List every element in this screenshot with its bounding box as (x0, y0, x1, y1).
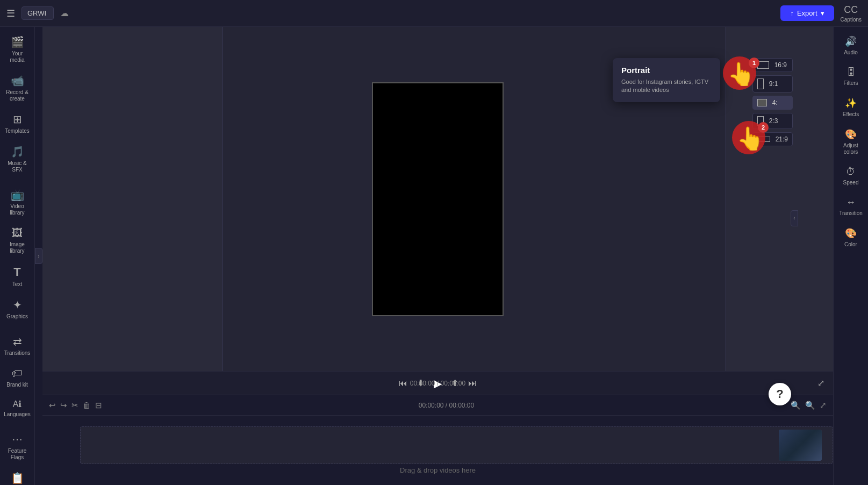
project-title[interactable]: GRWI (21, 6, 54, 20)
aspect-box-43 (757, 99, 767, 106)
fit-icon[interactable]: ⤢ (820, 401, 827, 410)
aspect-ratio-91[interactable]: 9:1 (752, 75, 793, 92)
sidebar-item-speed[interactable]: ⏱ Speed (835, 162, 866, 190)
languages-icon: Aℹ (13, 399, 22, 409)
aspect-ratio-tooltip: Portrait Good for Instagram stories, IGT… (613, 58, 720, 102)
aspect-box-219 (757, 137, 770, 142)
sidebar-item-brand-kit[interactable]: 🏷 Brand kit (2, 363, 33, 393)
help-button[interactable]: ? (769, 383, 791, 405)
effects-icon: ✨ (845, 97, 857, 109)
templates-icon: ⊞ (13, 113, 22, 126)
sidebar-item-languages[interactable]: Aℹ Languages (2, 395, 33, 422)
record-icon: 📹 (11, 74, 24, 87)
export-dropdown-icon: ▾ (821, 9, 824, 17)
timeline-time-display: 00:00:00 / 00:00:00 (106, 402, 786, 409)
skip-forward-icon[interactable]: ⏭ (468, 379, 477, 388)
sidebar-item-transitions[interactable]: ⇄ Transitions (2, 331, 33, 361)
transition-icon: ↔ (846, 197, 856, 208)
timeline-clip-thumbnail (779, 430, 822, 461)
zoom-out-icon[interactable]: 🔍 (791, 401, 801, 410)
adjust-colors-icon: 🎨 (845, 129, 857, 140)
cut-icon[interactable]: ✂ (71, 401, 78, 410)
sidebar-item-your-media[interactable]: 🎬 Your media (2, 31, 33, 68)
music-icon: 🎵 (11, 145, 24, 158)
tooltip-title: Portrait (621, 66, 712, 75)
sidebar-item-templates[interactable]: ⊞ Templates (2, 109, 33, 139)
graphics-icon: ✦ (13, 298, 22, 311)
help-icon: ? (776, 387, 783, 401)
export-button[interactable]: ↑ Export ▾ (780, 5, 834, 21)
video-library-icon: 📺 (11, 188, 24, 201)
collapse-right-button[interactable]: ‹ (791, 210, 798, 226)
redo-icon[interactable]: ↪ (60, 401, 67, 410)
zoom-controls: 🔍 🔍 ⤢ (791, 401, 827, 410)
feature-flags-icon: ⋯ (12, 433, 23, 446)
version-icon: 📋 (11, 472, 24, 484)
color-icon: 🎨 (845, 227, 857, 239)
aspect-ratio-43[interactable]: 4: (752, 96, 793, 110)
sidebar-item-transition[interactable]: ↔ Transition (835, 192, 866, 221)
sidebar-item-adjust-colors[interactable]: 🎨 Adjust colors (835, 124, 866, 160)
undo-icon[interactable]: ↩ (49, 401, 56, 410)
captions-button[interactable]: CC Captions (841, 4, 862, 23)
sidebar-item-audio[interactable]: 🔊 Audio (835, 31, 866, 60)
sidebar-item-version[interactable]: 📋 Version f06ba3c (2, 467, 33, 485)
aspect-ratio-panel: 16:9 9:1 4: 2:3 (752, 58, 793, 146)
sidebar-item-video-library[interactable]: 📺 Video library (2, 184, 33, 220)
playback-controls: ⏮ ⬇ ▶ ⬆ ⏭ 00:00:00 / 00:00:00 ⤢ (42, 371, 833, 395)
drag-drop-text: Drag & drop videos here (400, 466, 476, 474)
left-sidebar: 🎬 Your media 📹 Record & create ⊞ Templat… (0, 27, 35, 485)
sidebar-item-color[interactable]: 🎨 Color (835, 223, 866, 252)
captions-icon: CC (844, 4, 858, 16)
filters-icon: 🎛 (846, 67, 856, 78)
aspect-box-23 (757, 116, 764, 126)
content-area: Portrait Good for Instagram stories, IGT… (42, 27, 833, 485)
aspect-ratio-219[interactable]: 21:9 (752, 132, 793, 146)
image-library-icon: 🖼 (12, 227, 23, 239)
timeline-clip[interactable] (779, 430, 822, 461)
tooltip-desc: Good for Instagram stories, IGTV and mob… (621, 78, 712, 95)
time-display: 00:00:00 / 00:00:00 (410, 380, 465, 387)
transitions-icon: ⇄ (13, 335, 22, 348)
collapse-left-button[interactable]: › (35, 248, 42, 264)
audio-icon: 🔊 (845, 35, 857, 47)
cloud-icon: ☁ (60, 8, 69, 18)
timeline-controls: ↩ ↪ ✂ 🗑 ⊟ 00:00:00 / 00:00:00 🔍 🔍 ⤢ (42, 395, 833, 415)
split-icon[interactable]: ⊟ (95, 401, 102, 410)
aspect-box-169 (757, 61, 769, 69)
aspect-box-91 (757, 79, 764, 89)
text-icon: T (13, 265, 20, 279)
sidebar-item-filters[interactable]: 🎛 Filters (835, 62, 866, 91)
sidebar-item-graphics[interactable]: ✦ Graphics (2, 294, 33, 324)
menu-icon[interactable]: ☰ (6, 8, 15, 19)
fullscreen-icon[interactable]: ⤢ (817, 379, 824, 388)
brand-kit-icon: 🏷 (12, 367, 23, 380)
playback-right-controls: ⤢ (817, 378, 824, 388)
sidebar-item-image-library[interactable]: 🖼 Image library (2, 223, 33, 259)
preview-area: Portrait Good for Instagram stories, IGT… (42, 27, 833, 371)
preview-canvas (372, 82, 504, 316)
export-icon: ↑ (790, 9, 794, 17)
main-area: 🎬 Your media 📹 Record & create ⊞ Templat… (0, 27, 868, 485)
aspect-ratio-169[interactable]: 16:9 (752, 58, 793, 72)
sidebar-item-music-sfx[interactable]: 🎵 Music & SFX (2, 141, 33, 177)
right-sidebar: 🔊 Audio 🎛 Filters ✨ Effects 🎨 Adjust col… (833, 27, 868, 485)
sidebar-item-feature-flags[interactable]: ⋯ Feature Flags (2, 429, 33, 465)
timeline-area: Drag & drop videos here (42, 415, 833, 485)
skip-back-icon[interactable]: ⏮ (399, 379, 407, 388)
delete-icon[interactable]: 🗑 (83, 401, 91, 410)
sidebar-item-text[interactable]: T Text (2, 261, 33, 292)
speed-icon: ⏱ (846, 166, 856, 177)
timeline-track (80, 426, 833, 464)
aspect-ratio-23[interactable]: 2:3 (752, 113, 793, 129)
media-icon: 🎬 (11, 35, 24, 48)
zoom-in-icon[interactable]: 🔍 (805, 401, 815, 410)
sidebar-item-record-create[interactable]: 📹 Record & create (2, 70, 33, 106)
sidebar-item-effects[interactable]: ✨ Effects (835, 93, 866, 122)
topbar: ☰ GRWI ☁ ↑ Export ▾ CC Captions (0, 0, 868, 27)
